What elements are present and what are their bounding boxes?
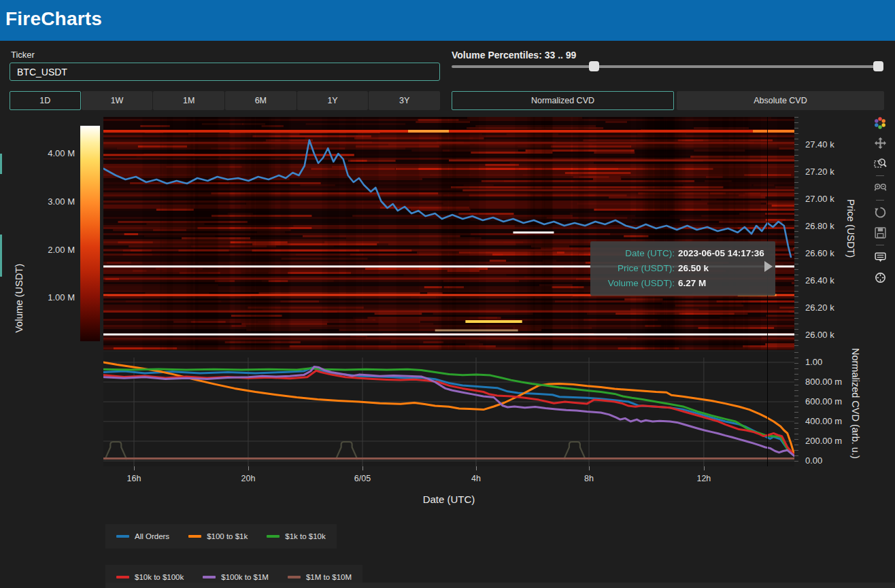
timeframe-button-1y[interactable]: 1Y — [297, 91, 369, 110]
price-axis-title: Price (USDT) — [845, 199, 856, 258]
app-header: FireCharts — [0, 0, 895, 41]
volume-spike-marker — [564, 442, 586, 460]
legend-label: $1k to $10k — [285, 532, 325, 540]
x-axis-title: Date (UTC) — [423, 494, 475, 505]
cvd-button-normalized[interactable]: Normalized CVD — [452, 91, 674, 110]
volume-percentiles-value: 33 .. 99 — [545, 50, 577, 60]
price-axis-ticks — [794, 117, 798, 350]
zoom-in-out-icon[interactable] — [871, 179, 890, 197]
legend-item[interactable]: $1k to $10k — [267, 532, 325, 540]
plotly-modebar — [868, 114, 892, 287]
volume-spike-marker — [336, 442, 358, 460]
x-tick-label: 20h — [241, 474, 256, 483]
tick-label: 27.20 k — [805, 167, 834, 177]
cvd-chart-area[interactable] — [103, 352, 794, 466]
legend-background-strip — [105, 583, 895, 588]
timeframe-button-6m[interactable]: 6M — [225, 91, 297, 110]
legend-line-swatch — [203, 576, 216, 578]
legend-label: $10k to $100k — [135, 573, 184, 581]
cvd-toggle-group: Normalized CVDAbsolute CVD — [452, 91, 884, 110]
legend-item[interactable]: $1M to $10M — [288, 573, 352, 581]
volume-percentiles-text: Volume Percentiles: — [452, 50, 542, 60]
modebar-divider — [876, 200, 884, 201]
x-tick-label: 6/05 — [354, 474, 371, 483]
pan-icon[interactable] — [871, 134, 890, 152]
tooltip-date-value: 2023-06-05 14:17:36 — [678, 246, 764, 261]
x-tick-mark — [704, 466, 705, 470]
legend-line-swatch — [116, 576, 129, 578]
timeframe-button-1m[interactable]: 1M — [153, 91, 224, 110]
tooltip-caret — [764, 261, 773, 272]
legend-item[interactable]: $100k to $1M — [203, 573, 269, 581]
tick-label: 200.00 m — [805, 436, 842, 446]
slider-handle-low[interactable] — [589, 61, 599, 71]
cvd-axis-title: Normalized CVD (arb. u.) — [850, 348, 861, 459]
ticker-input[interactable] — [10, 63, 440, 81]
tick-label: 26.00 k — [805, 330, 834, 340]
legend-label: $100 to $1k — [207, 532, 248, 540]
legend-line-swatch — [188, 535, 201, 538]
volume-spike-marker — [105, 442, 126, 460]
tick-label: 2.00 M — [27, 245, 75, 255]
x-tick-label: 12h — [696, 474, 711, 483]
tick-label: 3.00 M — [27, 196, 75, 207]
cvd-lines — [103, 352, 794, 466]
tick-label: 600.00 m — [805, 396, 842, 407]
tick-label: 0.00 — [805, 455, 822, 466]
volume-colorbar — [80, 126, 100, 341]
legend-line-swatch — [288, 576, 301, 578]
legend-label: $100k to $1M — [221, 573, 269, 581]
tick-label: 1.00 M — [27, 292, 75, 302]
legend-line-swatch — [116, 535, 129, 538]
x-tick-mark — [476, 466, 477, 470]
legend-label: $1M to $10M — [306, 573, 352, 581]
tick-label: 27.40 k — [805, 139, 834, 150]
volume-axis-title: Volume (USDT) — [14, 264, 24, 333]
plotly-logo-icon[interactable] — [871, 114, 890, 132]
legend-line-swatch — [267, 535, 280, 538]
timeframe-button-3y[interactable]: 3Y — [369, 91, 440, 110]
firecharts-app: FireCharts Ticker 1D1W1M6M1Y3Y Volume Pe… — [0, 0, 895, 588]
slider-handle-high[interactable] — [873, 61, 883, 71]
tick-label: 1.00 — [805, 357, 822, 367]
legend-label: All Orders — [135, 532, 169, 540]
tick-label: 26.80 k — [805, 221, 834, 231]
toggle-hover-icon[interactable] — [871, 248, 890, 266]
timeframe-button-1w[interactable]: 1W — [82, 91, 153, 110]
toggle-spikelines-icon[interactable] — [871, 269, 890, 287]
x-tick-mark — [362, 466, 363, 470]
box-zoom-icon[interactable] — [871, 154, 890, 173]
tooltip-volume-value: 6.27 M — [678, 276, 706, 291]
tick-label: 26.20 k — [805, 302, 834, 313]
legend-item[interactable]: All Orders — [116, 532, 169, 540]
timeframe-button-1d[interactable]: 1D — [10, 91, 81, 110]
tick-label: 26.60 k — [805, 248, 834, 258]
legend-row-1: All Orders$100 to $1k$1k to $10k — [105, 524, 337, 549]
tooltip-date-label: Date (UTC): — [594, 246, 675, 261]
modebar-active-indicator — [0, 154, 2, 174]
tooltip-price-value: 26.50 k — [678, 261, 709, 276]
x-tick-mark — [134, 466, 135, 470]
save-icon[interactable] — [871, 224, 890, 242]
x-tick-label: 8h — [584, 474, 594, 483]
legend-item[interactable]: $10k to $100k — [116, 573, 184, 581]
app-title: FireCharts — [5, 8, 102, 30]
cvd-series-line — [103, 368, 794, 455]
tick-label: 26.40 k — [805, 275, 834, 286]
tick-label: 27.00 k — [805, 194, 834, 204]
volume-percentile-slider[interactable] — [452, 65, 882, 68]
legend-item[interactable]: $100 to $1k — [188, 532, 248, 540]
hover-tooltip: Date (UTC): 2023-06-05 14:17:36 Price (U… — [590, 241, 775, 296]
tick-label: 4.00 M — [27, 148, 75, 158]
ticker-label: Ticker — [11, 50, 35, 60]
tooltip-price-label: Price (USDT): — [594, 261, 675, 276]
modebar-divider — [876, 175, 884, 176]
cvd-button-absolute[interactable]: Absolute CVD — [677, 91, 884, 110]
tick-label: 800.00 m — [805, 377, 842, 387]
timeframe-button-group: 1D1W1M6M1Y3Y — [10, 91, 440, 110]
x-tick-mark — [248, 466, 249, 470]
orderbook-heatmap[interactable] — [103, 117, 794, 350]
reset-axes-icon[interactable] — [871, 203, 890, 222]
x-tick-label: 16h — [127, 474, 141, 483]
modebar-divider — [876, 245, 884, 245]
